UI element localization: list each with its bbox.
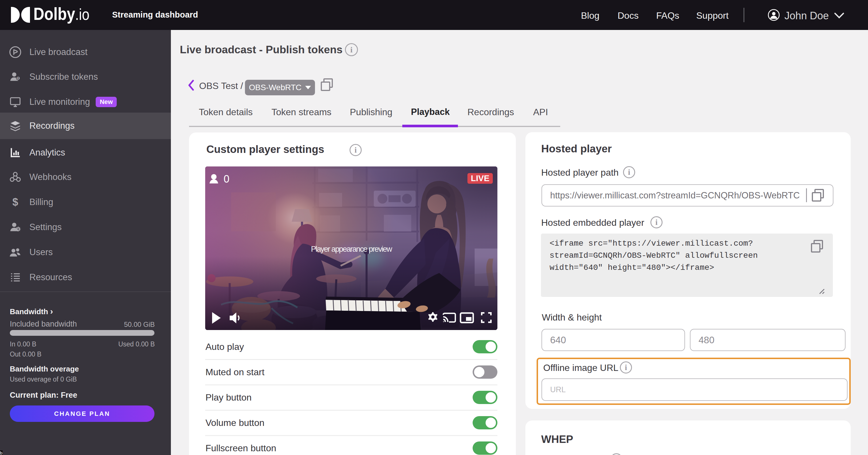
svg-text:LIVE: LIVE xyxy=(471,174,489,183)
svg-text:0: 0 xyxy=(224,173,229,185)
svg-text:0: 0 xyxy=(17,76,19,80)
svg-text:Player appearance preview: Player appearance preview xyxy=(311,245,393,253)
